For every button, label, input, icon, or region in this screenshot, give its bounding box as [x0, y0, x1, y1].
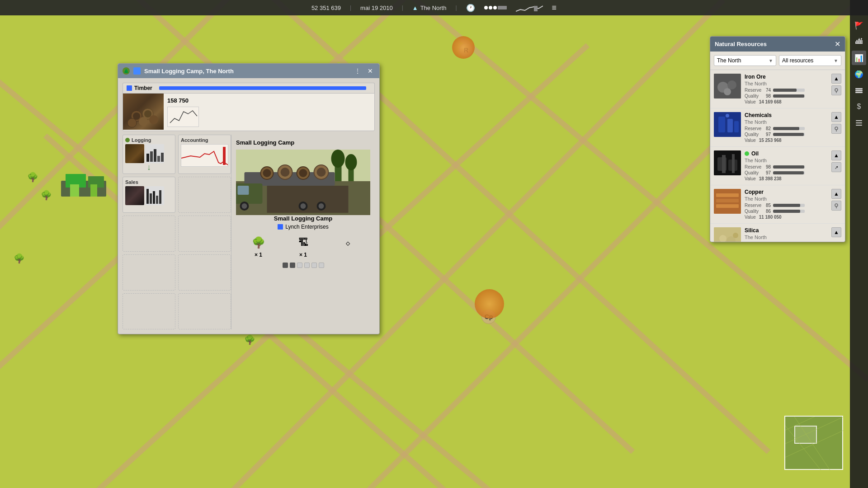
oil-external-button[interactable]: ↗: [831, 162, 841, 172]
oil-quality-value: 97: [766, 170, 771, 175]
svg-point-30: [144, 110, 151, 117]
empty-module-1[interactable]: [178, 177, 231, 213]
svg-point-78: [726, 114, 729, 117]
resource-type-dropdown[interactable]: All resources ▼: [779, 55, 841, 66]
oil-quality-label: Quality: [745, 170, 764, 175]
timber-label: Timber: [134, 85, 152, 91]
timber-chart-area: [167, 107, 371, 127]
oil-thumbnail: [714, 150, 741, 175]
minimap[interactable]: [784, 416, 843, 470]
sales-bar-chart: [146, 187, 164, 205]
copper-value-text: 11 180 050: [759, 215, 782, 220]
dialog-color-indicator: [133, 67, 141, 75]
accounting-module[interactable]: Accounting: [178, 135, 231, 174]
logging-module[interactable]: Logging: [123, 135, 175, 174]
graph-area[interactable]: [516, 3, 543, 12]
accounting-bar: [223, 147, 226, 165]
copper-location: The North: [745, 196, 828, 202]
region-filter-dropdown[interactable]: The North ▼: [714, 55, 776, 66]
oil-location: The North: [745, 158, 828, 163]
sidebar-chart-icon[interactable]: 📊: [852, 51, 866, 65]
svg-rect-34: [146, 154, 149, 162]
speed-controls[interactable]: [484, 6, 507, 9]
nat-res-item-iron[interactable]: Iron Ore The North Reserve 74 Quality 98: [710, 70, 845, 108]
camp-building: [59, 167, 108, 199]
dialog-close-button[interactable]: ✕: [366, 66, 375, 75]
sidebar-dollar-icon[interactable]: $: [852, 99, 866, 114]
svg-rect-39: [146, 189, 149, 204]
right-sidebar: 🚩 🏙 📊 🌍 $: [850, 0, 868, 488]
iron-ore-quality-row: Quality 98: [745, 94, 828, 99]
iron-reserve-bar-bg: [773, 89, 805, 92]
speed-dot-3: [493, 6, 497, 9]
chem-value-text: 15 253 968: [759, 138, 782, 143]
clock-icon-area[interactable]: 🕐: [466, 4, 475, 12]
oil-quality-row: Quality 97: [745, 170, 828, 175]
empty-module-4[interactable]: [123, 254, 175, 291]
copper-quality-bar: [773, 210, 800, 213]
nat-res-item-copper[interactable]: Copper The North Reserve 85 Quality 86: [710, 185, 845, 224]
empty-module-7[interactable]: [178, 293, 231, 329]
svg-point-31: [127, 118, 137, 127]
oil-quality-bar: [773, 171, 804, 174]
copper-value-row: Value 11 180 050: [745, 215, 828, 220]
svg-rect-14: [90, 184, 97, 197]
empty-module-6[interactable]: [123, 293, 175, 329]
dialog-menu-button[interactable]: ⋮: [353, 66, 362, 75]
sidebar-flag-icon[interactable]: 🚩: [852, 18, 866, 33]
sales-module[interactable]: Sales: [123, 177, 175, 213]
logging-module-label: Logging: [125, 137, 173, 143]
iron-navigate-button[interactable]: ▲: [831, 74, 841, 84]
sidebar-city-icon[interactable]: 🏙: [852, 34, 866, 49]
building-count: × 1: [299, 252, 307, 258]
copper-navigate-button[interactable]: ▲: [831, 189, 841, 199]
oil-value-row: Value 18 398 238: [745, 176, 828, 181]
iron-quality-bar-bg: [773, 94, 805, 98]
svg-rect-24: [856, 120, 862, 121]
sidebar-globe-icon[interactable]: 🌍: [852, 67, 866, 81]
svg-rect-22: [855, 90, 863, 91]
progress-dot-2: [290, 263, 295, 268]
menu-button[interactable]: ≡: [552, 3, 557, 13]
oil-reserve-bar: [773, 165, 804, 169]
iron-reserve-value: 74: [766, 88, 771, 93]
sidebar-list-icon[interactable]: [852, 116, 866, 130]
empty-module-2[interactable]: [123, 216, 175, 252]
oil-navigate-button[interactable]: ▲: [831, 150, 841, 160]
chem-value-row: Value 15 253 968: [745, 138, 828, 143]
nat-res-list: Iron Ore The North Reserve 74 Quality 98: [710, 70, 845, 242]
svg-rect-23: [855, 92, 863, 93]
resource-type-value: All resources: [782, 57, 813, 64]
iron-map-button[interactable]: [831, 85, 841, 95]
nat-res-item-oil[interactable]: Oil The North Reserve 98 Quality 97: [710, 147, 845, 185]
silica-name: Silica: [745, 227, 828, 234]
svg-point-32: [139, 117, 148, 126]
oil-info: Oil The North Reserve 98 Quality 97: [745, 150, 828, 181]
empty-module-5[interactable]: [178, 254, 231, 291]
nat-res-close-button[interactable]: ✕: [835, 40, 840, 48]
svg-line-18: [785, 426, 821, 471]
nat-res-item-chemicals[interactable]: Chemicals The North Reserve 82 Quality 9…: [710, 108, 845, 147]
dialog-title: Small Logging Camp, The North: [144, 68, 349, 75]
empty-module-3[interactable]: [178, 216, 231, 252]
silica-navigate-button[interactable]: ▲: [831, 227, 841, 237]
copper-map-button[interactable]: [831, 201, 841, 211]
chemicals-location: The North: [745, 119, 828, 125]
svg-point-71: [724, 88, 731, 95]
sidebar-layers-icon[interactable]: [852, 83, 866, 98]
sales-images: [125, 186, 173, 205]
copper-quality-value: 86: [766, 209, 771, 214]
iron-reserve-label: Reserve: [745, 88, 764, 93]
svg-point-70: [727, 80, 736, 89]
date-value: mai 19 2010: [360, 5, 393, 11]
chem-map-button[interactable]: [831, 124, 841, 134]
map-pin-icon: [833, 87, 840, 94]
tree-icon: 🌳: [251, 235, 266, 250]
iron-value-text: 14 169 668: [759, 99, 782, 104]
oil-actions: ▲ ↗: [831, 150, 841, 172]
chem-navigate-button[interactable]: ▲: [831, 112, 841, 122]
nat-res-item-silica[interactable]: Silica The North Reserve 75 ▲: [710, 224, 845, 242]
building-resource: 🏗 × 1: [296, 235, 311, 258]
date-display: mai 19 2010: [360, 5, 393, 11]
oil-value-label: Value: [745, 176, 756, 181]
